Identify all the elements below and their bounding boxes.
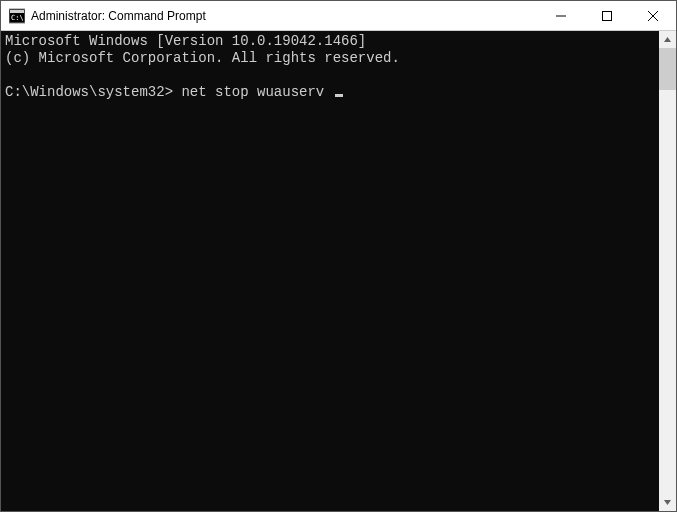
svg-rect-4 [603, 11, 612, 20]
command-prompt-window: C:\ Administrator: Command Prompt Micros… [0, 0, 677, 512]
scroll-up-button[interactable] [659, 31, 676, 48]
window-controls [538, 1, 676, 30]
svg-marker-8 [664, 500, 671, 505]
svg-marker-7 [664, 37, 671, 42]
vertical-scrollbar[interactable] [659, 31, 676, 511]
minimize-button[interactable] [538, 1, 584, 30]
svg-text:C:\: C:\ [11, 14, 24, 22]
cursor [335, 94, 343, 97]
version-line: Microsoft Windows [Version 10.0.19042.14… [5, 33, 366, 49]
maximize-button[interactable] [584, 1, 630, 30]
svg-rect-1 [10, 10, 24, 13]
close-button[interactable] [630, 1, 676, 30]
terminal[interactable]: Microsoft Windows [Version 10.0.19042.14… [1, 31, 659, 511]
typed-command: net stop wuauserv [181, 84, 324, 100]
titlebar[interactable]: C:\ Administrator: Command Prompt [1, 1, 676, 31]
cmd-icon: C:\ [9, 8, 25, 24]
scroll-thumb[interactable] [659, 48, 676, 90]
copyright-line: (c) Microsoft Corporation. All rights re… [5, 50, 400, 66]
prompt: C:\Windows\system32> [5, 84, 173, 100]
scroll-track[interactable] [659, 48, 676, 494]
terminal-area: Microsoft Windows [Version 10.0.19042.14… [1, 31, 676, 511]
window-title: Administrator: Command Prompt [31, 9, 538, 23]
scroll-down-button[interactable] [659, 494, 676, 511]
